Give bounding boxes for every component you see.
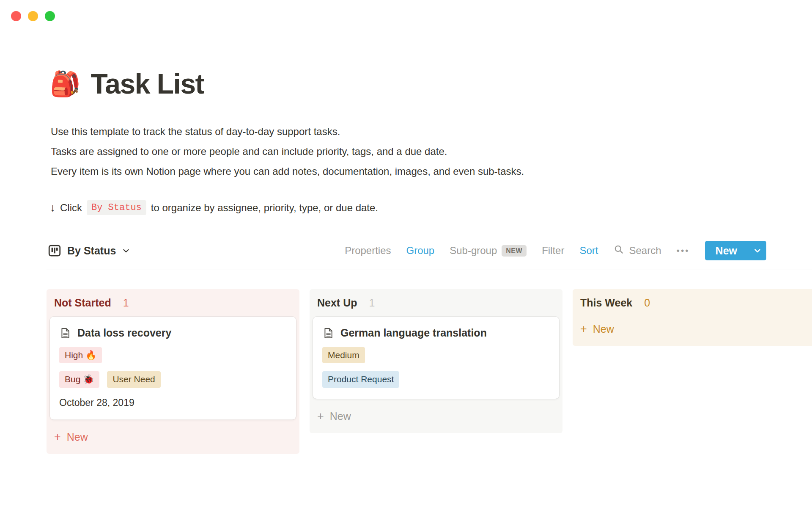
inline-code-by-status: By Status [87,200,146,215]
kanban-board: Not Started 1 Data loss recovery [47,289,812,454]
column-count: 1 [123,297,129,309]
group-button[interactable]: Group [406,245,435,257]
column-name: Next Up [317,297,357,309]
add-card-button-this-week[interactable]: + New [575,318,812,341]
column-header[interactable]: Next Up 1 [312,292,560,316]
chevron-down-icon [121,246,131,255]
plus-icon: + [317,410,324,423]
sort-button[interactable]: Sort [579,245,598,257]
kanban-board-icon [47,243,62,258]
callout-text: to organize by assignee, priority, type,… [151,202,378,214]
task-card-german-language-translation[interactable]: German language translation Medium Produ… [313,317,559,399]
more-options-button[interactable]: ••• [677,246,690,256]
description-line[interactable]: Use this template to track the status of… [51,121,524,141]
toolbar-divider [47,270,812,270]
column-header[interactable]: This Week 0 [575,292,812,316]
column-count: 0 [644,297,650,309]
card-title: Data loss recovery [77,327,171,339]
column-count: 1 [369,297,375,309]
view-switcher-by-status[interactable]: By Status [47,243,131,258]
board-column-not-started: Not Started 1 Data loss recovery [47,289,299,454]
column-name: Not Started [54,297,111,309]
notion-window: 🎒 Task List Use this template to track t… [0,0,812,508]
add-card-button-not-started[interactable]: + New [49,425,297,449]
tag-priority-medium: Medium [322,347,365,363]
callout-line[interactable]: ↓ Click By Status to organize by assigne… [50,200,378,215]
down-arrow-icon: ↓ [50,201,55,214]
column-header[interactable]: Not Started 1 [49,292,297,316]
card-title: German language translation [340,327,487,339]
description-line[interactable]: Every item is its own Notion page where … [51,161,524,181]
new-button-caret[interactable] [748,241,766,260]
search-button[interactable]: Search [613,244,661,257]
board-column-this-week: This Week 0 + New [573,289,812,346]
zoom-button[interactable] [45,11,55,21]
add-card-label: New [330,410,351,422]
board-column-next-up: Next Up 1 German language translatio [310,289,562,433]
subgroup-label: Sub-group [450,245,497,257]
task-card-data-loss-recovery[interactable]: Data loss recovery High 🔥 Bug 🐞 User Nee… [50,317,296,420]
tag-type-user-need: User Need [107,371,160,387]
page-description: Use this template to track the status of… [51,121,524,181]
document-icon [322,327,334,339]
tag-priority-high: High 🔥 [59,347,102,363]
add-card-button-next-up[interactable]: + New [312,405,560,428]
subgroup-button[interactable]: Sub-group NEW [450,245,527,257]
add-card-label: New [593,323,614,335]
properties-button[interactable]: Properties [345,245,391,257]
window-controls [11,11,55,21]
new-split-button: New [705,241,766,260]
page-title[interactable]: Task List [91,68,204,100]
magnifier-icon [613,244,624,257]
tag-type-bug: Bug 🐞 [59,371,99,387]
new-feature-badge: NEW [502,245,527,257]
add-card-label: New [67,431,88,443]
description-line[interactable]: Tasks are assigned to one or more people… [51,141,524,161]
page-header: 🎒 Task List [50,68,204,100]
filter-button[interactable]: Filter [542,245,564,257]
new-button[interactable]: New [705,241,748,260]
plus-icon: + [54,431,61,444]
document-icon [59,327,71,339]
callout-text: Click [60,202,82,214]
page-icon-backpack[interactable]: 🎒 [50,72,80,96]
close-button[interactable] [11,11,21,21]
view-toolbar: By Status Properties Group Sub-group NEW… [47,240,766,262]
plus-icon: + [580,323,587,336]
column-name: This Week [580,297,632,309]
minimize-button[interactable] [28,11,38,21]
tag-type-product-request: Product Request [322,371,399,387]
toolbar-menu: Properties Group Sub-group NEW Filter So… [345,241,766,260]
card-due-date: October 28, 2019 [59,397,287,409]
search-label: Search [629,245,661,257]
view-name-label: By Status [67,245,116,257]
